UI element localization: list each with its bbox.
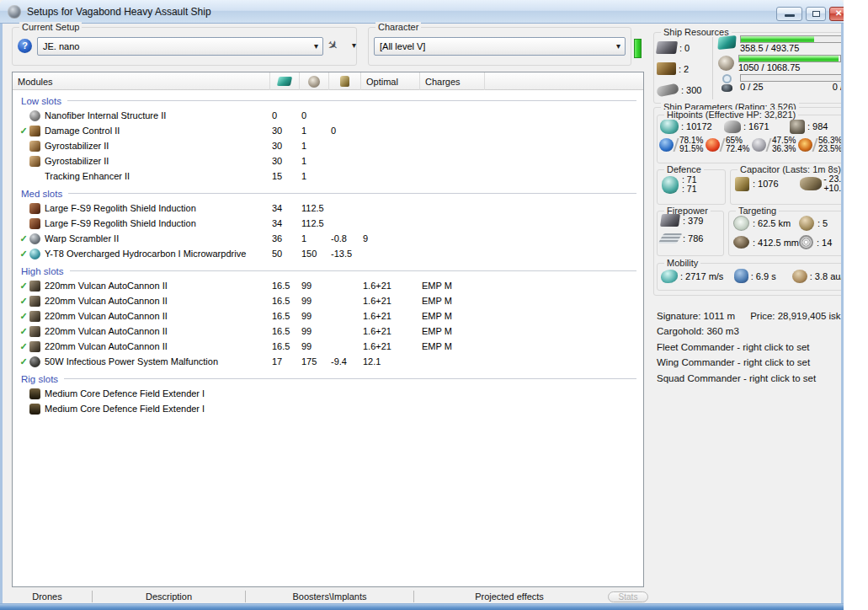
module-cpu-value: 34	[270, 218, 300, 228]
autocannon-icon	[29, 296, 40, 307]
tab-projected-effects[interactable]: Projected effects	[414, 591, 604, 602]
module-name: 220mm Vulcan AutoCannon II	[45, 281, 270, 291]
slot-section-header: High slots	[13, 261, 643, 278]
resource-bars-column: 358.5 / 493.75 1050 / 1068.75	[718, 35, 844, 94]
minimize-button[interactable]	[776, 7, 802, 21]
defence-value-2: : 71	[682, 185, 697, 194]
module-row[interactable]: ✓220mm Vulcan AutoCannon II16.5991.6+21E…	[13, 293, 643, 308]
tab-drones[interactable]: Drones	[3, 591, 93, 602]
module-cpu-value: 17	[270, 356, 300, 367]
targeting-group: Targeting : 62.5 km : 5 : 412.5 mm : 14	[728, 211, 844, 256]
capacitor-icon	[735, 177, 749, 191]
window-left-border	[0, 24, 3, 610]
explosive-armor-resist: 23.5%	[818, 145, 842, 153]
align-time-value: : 6.9 s	[751, 271, 776, 281]
modules-column-header: Modules	[13, 72, 270, 90]
module-row[interactable]: Large F-S9 Regolith Shield Induction3411…	[13, 201, 643, 216]
slot-section-header: Rig slots	[13, 369, 643, 386]
module-optimal-value: 1.6+21	[361, 341, 420, 351]
module-list-panel: Modules Optimal Charges Low slotsNanofib…	[12, 72, 644, 587]
module-icon-cell	[29, 141, 45, 152]
capacitor-column-header	[329, 72, 361, 90]
help-icon[interactable]: ?	[18, 39, 32, 53]
module-cap-value: 0	[329, 126, 361, 136]
module-row[interactable]: ✓220mm Vulcan AutoCannon II16.5991.6+21E…	[13, 308, 643, 324]
skills-status-indicator	[634, 39, 642, 58]
chevron-down-icon: ▾	[352, 40, 356, 50]
module-name: Gyrostabilizer II	[45, 141, 270, 151]
module-cpu-value: 16.5	[270, 296, 300, 306]
explosive-resist: 56.3%23.5%	[798, 136, 844, 153]
slot-section-rule	[68, 193, 636, 194]
ship-browse-button[interactable]: ✈ ▾	[327, 36, 356, 56]
cpu-usage-value: 358.5 / 493.75	[740, 43, 843, 54]
powergrid-bar-row: 1050 / 1068.75	[718, 55, 844, 73]
module-charge-value: EMP M	[420, 341, 643, 351]
module-row[interactable]: ✓220mm Vulcan AutoCannon II16.5991.6+21E…	[13, 324, 643, 339]
capacitor-icon	[340, 76, 349, 87]
module-icon-cell	[29, 356, 45, 367]
maximize-button[interactable]	[806, 7, 826, 21]
module-row[interactable]: ✓Warp Scrambler II361-0.89	[13, 231, 643, 246]
module-name: Large F-S9 Regolith Shield Induction	[45, 218, 270, 228]
module-name: Gyrostabilizer II	[45, 156, 270, 166]
module-cpu-value: 16.5	[270, 311, 300, 321]
signature-value: Signature: 1011 m	[657, 311, 735, 321]
price-value: Price: 28,919,405 isk	[750, 311, 840, 321]
title-bar[interactable]: Setups for Vagabond Heavy Assault Ship ✕	[0, 0, 844, 24]
cpu-bar-row: 358.5 / 493.75	[718, 35, 844, 54]
armor-hp-value: : 1671	[743, 121, 769, 131]
firepower-group: Firepower : 379 : 786	[657, 211, 724, 256]
module-name: Medium Core Defence Field Extender I	[45, 388, 270, 399]
module-row[interactable]: Large F-S9 Regolith Shield Induction3411…	[13, 216, 643, 231]
module-row[interactable]: Medium Core Defence Field Extender I	[13, 401, 643, 416]
active-check-icon: ✓	[18, 281, 29, 292]
character-select[interactable]: [All level V] ▾	[374, 37, 626, 56]
module-row[interactable]: Gyrostabilizer II301	[13, 138, 643, 153]
module-row[interactable]: ✓50W Infectious Power System Malfunction…	[13, 354, 643, 369]
current-setup-select[interactable]: JE. nano ▾	[37, 37, 323, 56]
module-row[interactable]: ✓220mm Vulcan AutoCannon II16.5991.6+21E…	[13, 339, 643, 354]
module-row[interactable]: ✓Damage Control II3010	[13, 123, 643, 138]
module-row[interactable]: Medium Core Defence Field Extender I	[13, 386, 643, 401]
chevron-down-icon: ▾	[616, 38, 620, 55]
squad-commander-line[interactable]: Squad Commander - right click to set	[657, 371, 844, 386]
resists-row: 78.1%91.5% 65%72.4% 47.5%36.3% 56.3	[658, 134, 844, 153]
module-icon-cell	[29, 249, 45, 260]
module-cpu-value: 30	[270, 141, 300, 151]
tab-boosters-implants[interactable]: Boosters\Implants	[246, 591, 414, 602]
module-row[interactable]: Tracking Enhancer II151	[13, 169, 643, 184]
max-velocity-icon	[661, 270, 678, 283]
charges-column-header: Charges	[420, 72, 485, 90]
module-cpu-value: 15	[270, 171, 300, 181]
character-label: Character	[375, 22, 421, 32]
ship-icon: ✈	[324, 36, 342, 55]
shield-icon	[660, 119, 679, 134]
ship-parameters-group: Ship Parameters (Rating: 3,526) Hitpoint…	[653, 107, 844, 296]
slot-section-header: Low slots	[13, 91, 643, 108]
module-name: 220mm Vulcan AutoCannon II	[45, 311, 270, 321]
warp-speed-value: : 3.8 au/s	[810, 271, 844, 281]
module-powergrid-value: 1	[300, 126, 329, 136]
maximize-icon	[812, 11, 820, 17]
rig-icon	[29, 404, 40, 415]
kinetic-resist-icon	[752, 138, 766, 152]
tab-description[interactable]: Description	[93, 591, 246, 602]
module-cpu-value: 0	[270, 110, 300, 120]
close-button[interactable]: ✕	[829, 7, 844, 21]
em-resist-icon	[659, 138, 674, 152]
stats-button[interactable]: Stats	[608, 591, 648, 602]
targeting-range-value: : 62.5 km	[753, 218, 791, 228]
module-row[interactable]: ✓220mm Vulcan AutoCannon II16.5991.6+21E…	[13, 278, 643, 293]
module-row[interactable]: Nanofiber Internal Structure II00	[13, 108, 643, 123]
module-optimal-value: 12.1	[361, 356, 420, 367]
wing-commander-line[interactable]: Wing Commander - right click to set	[657, 355, 844, 370]
ship-resources-group: Ship Resources : 0 : 2 : 300	[653, 32, 844, 104]
module-row[interactable]: Gyrostabilizer II301	[13, 153, 643, 169]
drone-icons	[718, 74, 736, 92]
header-spacer	[485, 72, 643, 90]
module-charge-value: EMP M	[420, 281, 643, 291]
fleet-commander-line[interactable]: Fleet Commander - right click to set	[657, 340, 844, 355]
drone-bar-row: 0 / 25 0 /	[718, 74, 844, 93]
module-row[interactable]: ✓Y-T8 Overcharged Hydrocarbon I Microwar…	[13, 246, 643, 261]
